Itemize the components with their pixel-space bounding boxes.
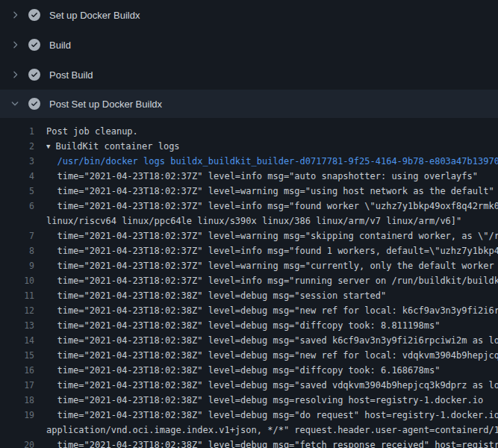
step-header[interactable]: Post Build [0,60,498,90]
log-group-triangle-down-icon[interactable]: ▼ [46,143,50,150]
log-line-number[interactable] [0,214,34,228]
log-line-text: time="2021-04-23T18:02:38Z" level=debug … [46,365,440,376]
step-label: Build [49,40,71,51]
check-circle-icon [28,39,40,51]
log-line: 17 ▼ time="2021-04-23T18:02:38Z" level=d… [0,378,498,393]
log-line: 20 ▼ time="2021-04-23T18:02:38Z" level=d… [0,438,498,448]
log-line-text: linux/riscv64 linux/ppc64le linux/s390x … [46,216,461,226]
log-line: 16 ▼ time="2021-04-23T18:02:38Z" level=d… [0,363,498,378]
log-line-text: time="2021-04-23T18:02:38Z" level=debug … [46,395,483,405]
log-line: 7 ▼ time="2021-04-23T18:02:37Z" level=wa… [0,228,498,243]
log-line-text: Post job cleanup. [46,126,138,137]
step-label: Post Build [49,69,93,81]
chevron-right-icon [9,39,21,51]
log-line: 13 ▼ time="2021-04-23T18:02:38Z" level=d… [0,318,498,333]
step-header[interactable]: Build [0,30,498,60]
log-line-number[interactable]: 19 [0,408,34,423]
step-label: Set up Docker Buildx [49,10,140,21]
log-line-number[interactable]: 9 [0,258,34,273]
log-line-text: /usr/bin/docker logs buildx_buildkit_bui… [46,156,498,167]
log-line-number[interactable]: 4 [0,169,34,184]
log-line: 4 ▼ time="2021-04-23T18:02:37Z" level=in… [0,169,498,184]
log-line: 8 ▼ time="2021-04-23T18:02:37Z" level=in… [0,243,498,258]
log-line-text: time="2021-04-23T18:02:38Z" level=debug … [46,335,498,346]
log-line-number[interactable] [0,423,34,438]
log-line-text: time="2021-04-23T18:02:38Z" level=debug … [46,290,386,301]
step-header[interactable]: Post Set up Docker Buildx [0,90,498,118]
log-line: 18 ▼ time="2021-04-23T18:02:38Z" level=d… [0,393,498,408]
log-line-number[interactable]: 13 [0,318,34,333]
chevron-right-icon [9,9,21,21]
log-line-text: time="2021-04-23T18:02:38Z" level=debug … [46,380,498,391]
log-line-text: time="2021-04-23T18:02:37Z" level=info m… [46,276,498,286]
log-line-number[interactable]: 17 [0,378,34,393]
log-line: 14 ▼ time="2021-04-23T18:02:38Z" level=d… [0,333,498,348]
log-line-text: time="2021-04-23T18:02:38Z" level=debug … [46,410,498,420]
log-line-text: time="2021-04-23T18:02:38Z" level=debug … [46,440,498,448]
log-line-number[interactable]: 6 [0,199,34,214]
log-line-number[interactable]: 5 [0,184,34,199]
check-circle-icon [28,98,40,110]
log-line-text: time="2021-04-23T18:02:37Z" level=info m… [46,171,478,181]
log-line-text: application/vnd.oci.image.index.v1+json,… [46,425,498,435]
log-lines: 1 ▼Post job cleanup. 2 ▼BuildKit contain… [0,118,498,448]
log-line-number[interactable]: 7 [0,228,34,243]
log-line-number[interactable]: 8 [0,243,34,258]
step-label: Post Set up Docker Buildx [49,99,162,110]
log-line-number[interactable]: 12 [0,303,34,318]
step-list: Set up Docker Buildx Build [0,0,498,118]
log-line-text: BuildKit container logs [55,141,179,152]
log-line-text: time="2021-04-23T18:02:37Z" level=warnin… [46,186,494,196]
log-line-number[interactable]: 20 [0,438,34,448]
log-line: ▼application/vnd.oci.image.index.v1+json… [0,423,498,438]
log-line-text: time="2021-04-23T18:02:38Z" level=debug … [46,305,498,316]
log-line: 3 ▼ /usr/bin/docker logs buildx_buildkit… [0,154,498,169]
log-line-number[interactable]: 10 [0,273,34,288]
log-line-number[interactable]: 2 [0,139,34,154]
log-line-text: time="2021-04-23T18:02:37Z" level=info m… [46,201,498,211]
log-line: 10 ▼ time="2021-04-23T18:02:37Z" level=i… [0,273,498,288]
log-line-text: time="2021-04-23T18:02:37Z" level=warnin… [46,231,498,241]
log-line-number[interactable]: 18 [0,393,34,408]
chevron-down-icon [9,98,21,110]
log-line-text: time="2021-04-23T18:02:38Z" level=debug … [46,350,498,361]
chevron-right-icon [9,69,21,81]
step-header[interactable]: Set up Docker Buildx [0,0,498,30]
log-line-text: time="2021-04-23T18:02:38Z" level=debug … [46,320,440,331]
log-line-number[interactable]: 3 [0,154,34,169]
log-line: 6 ▼ time="2021-04-23T18:02:37Z" level=in… [0,199,498,214]
log-line-number[interactable]: 11 [0,288,34,303]
log-line-number[interactable]: 1 [0,124,34,139]
log-line: 1 ▼Post job cleanup. [0,124,498,139]
log-line: 2 ▼BuildKit container logs [0,139,498,154]
log-line-text: time="2021-04-23T18:02:37Z" level=info m… [46,246,498,256]
log-line-number[interactable]: 16 [0,363,34,378]
log-line-number[interactable]: 14 [0,333,34,348]
workflow-log-viewer: Set up Docker Buildx Build [0,0,498,448]
log-line: 5 ▼ time="2021-04-23T18:02:37Z" level=wa… [0,184,498,199]
log-line: 15 ▼ time="2021-04-23T18:02:38Z" level=d… [0,348,498,363]
log-line-number[interactable]: 15 [0,348,34,363]
log-line: 11 ▼ time="2021-04-23T18:02:38Z" level=d… [0,288,498,303]
log-line: 12 ▼ time="2021-04-23T18:02:38Z" level=d… [0,303,498,318]
log-line: 9 ▼ time="2021-04-23T18:02:37Z" level=wa… [0,258,498,273]
check-circle-icon [28,9,40,21]
log-line: 19 ▼ time="2021-04-23T18:02:38Z" level=d… [0,408,498,423]
log-line: ▼linux/riscv64 linux/ppc64le linux/s390x… [0,214,498,228]
log-line-text: time="2021-04-23T18:02:37Z" level=warnin… [46,261,498,271]
check-circle-icon [28,69,40,81]
